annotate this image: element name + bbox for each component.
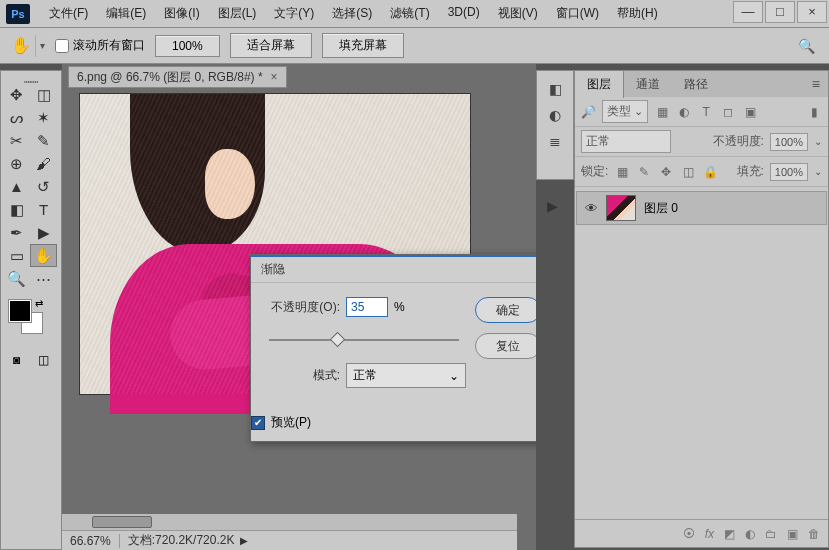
filter-smart-icon[interactable]: ▣ bbox=[742, 105, 758, 119]
mode-select[interactable]: 正常 ⌄ bbox=[346, 363, 466, 388]
document-tab[interactable]: 6.png @ 66.7% (图层 0, RGB/8#) * × bbox=[68, 66, 287, 88]
group-icon[interactable]: 🗀 bbox=[765, 527, 777, 541]
filter-toggle-icon[interactable]: ▮ bbox=[806, 105, 822, 119]
delete-layer-icon[interactable]: 🗑 bbox=[808, 527, 820, 541]
dialog-title: 渐隐 bbox=[261, 261, 285, 278]
filter-pixel-icon[interactable]: ▦ bbox=[654, 105, 670, 119]
healing-tool[interactable]: ⊕ bbox=[3, 152, 30, 175]
tab-paths[interactable]: 路径 bbox=[672, 71, 720, 98]
menu-window[interactable]: 窗口(W) bbox=[547, 0, 608, 27]
artboard-tool[interactable]: ◫ bbox=[30, 83, 57, 106]
preview-checkbox[interactable]: ✔ bbox=[251, 416, 265, 430]
minimize-button[interactable]: — bbox=[733, 1, 763, 23]
layer-name[interactable]: 图层 0 bbox=[644, 200, 678, 217]
swap-colors-icon[interactable]: ⇄ bbox=[35, 298, 43, 309]
filter-icon[interactable]: 🔎 bbox=[581, 105, 596, 119]
layer-opacity-input[interactable]: 100% bbox=[770, 133, 808, 151]
path-select-tool[interactable]: ▶ bbox=[30, 221, 57, 244]
scroll-all-input[interactable] bbox=[55, 39, 69, 53]
filter-adjust-icon[interactable]: ◐ bbox=[676, 105, 692, 119]
menu-select[interactable]: 选择(S) bbox=[323, 0, 381, 27]
horizontal-scrollbar[interactable] bbox=[62, 514, 517, 530]
lock-pixels-icon[interactable]: ▦ bbox=[614, 165, 630, 179]
menu-file[interactable]: 文件(F) bbox=[40, 0, 97, 27]
extra-tool[interactable]: ⋯ bbox=[30, 267, 57, 290]
pen-tool[interactable]: ✒ bbox=[3, 221, 30, 244]
crop-tool[interactable]: ✂ bbox=[3, 129, 30, 152]
screen-mode-icon[interactable]: ◫ bbox=[30, 348, 57, 371]
link-layers-icon[interactable]: ⦿ bbox=[683, 527, 695, 541]
lock-position-icon[interactable]: ✥ bbox=[658, 165, 674, 179]
collapsed-panel-icon-1[interactable]: ◧ bbox=[549, 81, 562, 97]
zoom-tool[interactable]: 🔍 bbox=[3, 267, 30, 290]
reset-button[interactable]: 复位 bbox=[475, 333, 536, 359]
layer-mask-icon[interactable]: ◩ bbox=[724, 527, 735, 541]
opacity-slider[interactable] bbox=[269, 333, 459, 347]
menu-view[interactable]: 视图(V) bbox=[489, 0, 547, 27]
menu-layer[interactable]: 图层(L) bbox=[209, 0, 266, 27]
fit-screen-button[interactable]: 适合屏幕 bbox=[230, 33, 312, 58]
layer-fill-input[interactable]: 100% bbox=[770, 163, 808, 181]
eraser-tool[interactable]: ◧ bbox=[3, 198, 30, 221]
panel-menu-icon[interactable]: ≡ bbox=[812, 76, 828, 92]
menu-filter[interactable]: 滤镜(T) bbox=[381, 0, 438, 27]
menu-help[interactable]: 帮助(H) bbox=[608, 0, 667, 27]
status-doc-size[interactable]: 文档:720.2K/720.2K bbox=[128, 532, 235, 549]
collapsed-panel-icon-2[interactable]: ◐ bbox=[549, 107, 561, 123]
collapsed-panel-icon-3[interactable]: ≣ bbox=[549, 133, 561, 149]
menu-image[interactable]: 图像(I) bbox=[155, 0, 208, 27]
color-swatches[interactable]: ⇄ bbox=[3, 298, 59, 348]
menu-3d[interactable]: 3D(D) bbox=[439, 0, 489, 27]
tab-channels[interactable]: 通道 bbox=[624, 71, 672, 98]
dialog-titlebar[interactable]: 渐隐 × bbox=[251, 255, 536, 283]
search-icon[interactable]: 🔍 bbox=[798, 38, 815, 54]
move-tool[interactable]: ✥ bbox=[3, 83, 30, 106]
type-tool[interactable]: T bbox=[30, 198, 57, 221]
eyedropper-tool[interactable]: ✎ bbox=[30, 129, 57, 152]
new-layer-icon[interactable]: ▣ bbox=[787, 527, 798, 541]
menu-edit[interactable]: 编辑(E) bbox=[97, 0, 155, 27]
lasso-tool[interactable]: ᔕ bbox=[3, 106, 30, 129]
blend-mode-select[interactable]: 正常 bbox=[581, 130, 671, 153]
dropdown-arrow-icon[interactable]: ▾ bbox=[40, 40, 45, 51]
maximize-button[interactable]: □ bbox=[765, 1, 795, 23]
tab-layers[interactable]: 图层 bbox=[575, 70, 624, 98]
status-menu-icon[interactable]: ▶ bbox=[240, 535, 248, 546]
fill-screen-button[interactable]: 填充屏幕 bbox=[322, 33, 404, 58]
opacity-input[interactable] bbox=[346, 297, 388, 317]
close-window-button[interactable]: × bbox=[797, 1, 827, 23]
play-icon[interactable]: ▶ bbox=[547, 198, 558, 214]
brush-tool[interactable]: 🖌 bbox=[30, 152, 57, 175]
stamp-tool[interactable]: ▲ bbox=[3, 175, 30, 198]
history-brush-tool[interactable]: ↺ bbox=[30, 175, 57, 198]
hand-tool[interactable]: ✋ bbox=[30, 244, 57, 267]
close-tab-icon[interactable]: × bbox=[271, 70, 278, 84]
menu-type[interactable]: 文字(Y) bbox=[265, 0, 323, 27]
lock-row: 锁定: ▦ ✎ ✥ ◫ 🔒 填充: 100% ⌄ bbox=[575, 157, 828, 187]
status-zoom[interactable]: 66.67% bbox=[70, 534, 111, 548]
mode-value: 正常 bbox=[353, 367, 377, 384]
chevron-down-icon[interactable]: ⌄ bbox=[814, 136, 822, 147]
rectangle-tool[interactable]: ▭ bbox=[3, 244, 30, 267]
foreground-color-swatch[interactable] bbox=[9, 300, 31, 322]
lock-brush-icon[interactable]: ✎ bbox=[636, 165, 652, 179]
chevron-down-icon[interactable]: ⌄ bbox=[814, 166, 822, 177]
panel-grip-icon[interactable]: ┈┈ bbox=[3, 75, 59, 83]
ok-button[interactable]: 确定 bbox=[475, 297, 536, 323]
visibility-icon[interactable]: 👁 bbox=[585, 201, 598, 216]
filter-type-icon[interactable]: T bbox=[698, 105, 714, 119]
scroll-all-checkbox[interactable]: 滚动所有窗口 bbox=[55, 37, 145, 54]
adjustment-layer-icon[interactable]: ◐ bbox=[745, 527, 755, 541]
lock-artboard-icon[interactable]: ◫ bbox=[680, 165, 696, 179]
title-bar: Ps 文件(F) 编辑(E) 图像(I) 图层(L) 文字(Y) 选择(S) 滤… bbox=[0, 0, 829, 28]
zoom-100-button[interactable]: 100% bbox=[155, 35, 220, 57]
lock-all-icon[interactable]: 🔒 bbox=[702, 165, 718, 179]
filter-type-select[interactable]: 类型 ⌄ bbox=[602, 100, 648, 123]
opacity-label: 不透明度: bbox=[713, 133, 764, 150]
quick-mask-icon[interactable]: ◙ bbox=[3, 348, 30, 371]
quick-select-tool[interactable]: ✶ bbox=[30, 106, 57, 129]
layer-row[interactable]: 👁 图层 0 bbox=[576, 191, 827, 225]
layer-thumbnail[interactable] bbox=[606, 195, 636, 221]
filter-shape-icon[interactable]: ◻ bbox=[720, 105, 736, 119]
layer-style-icon[interactable]: fx bbox=[705, 527, 714, 541]
